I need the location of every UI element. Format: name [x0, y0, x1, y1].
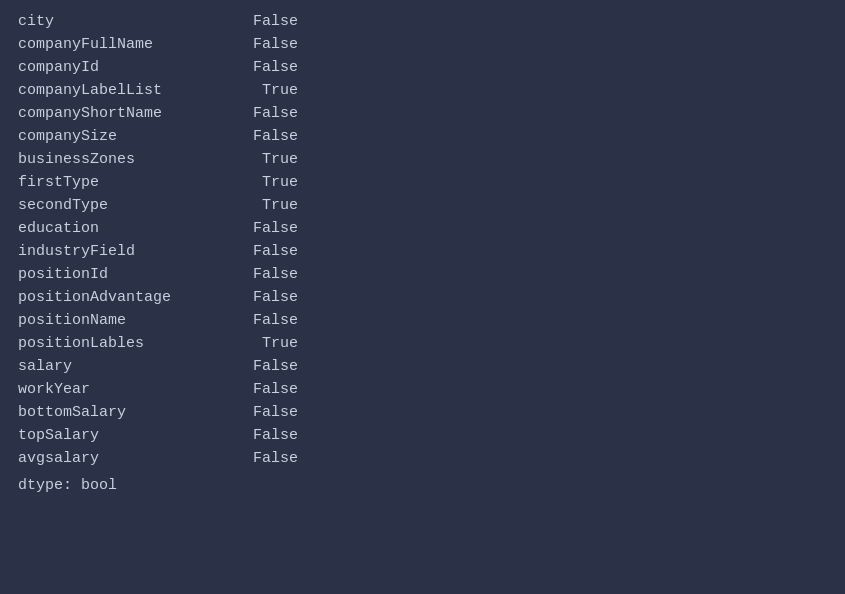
- field-value: False: [248, 59, 298, 76]
- field-value: False: [248, 220, 298, 237]
- table-row: industryFieldFalse: [18, 240, 827, 263]
- table-row: companyIdFalse: [18, 56, 827, 79]
- table-row: educationFalse: [18, 217, 827, 240]
- table-row: companyFullNameFalse: [18, 33, 827, 56]
- field-name: companySize: [18, 128, 248, 145]
- field-value: True: [248, 151, 298, 168]
- field-value: True: [248, 335, 298, 352]
- field-value: False: [248, 427, 298, 444]
- field-name: companyLabelList: [18, 82, 248, 99]
- field-name: positionName: [18, 312, 248, 329]
- field-value: False: [248, 36, 298, 53]
- field-name: avgsalary: [18, 450, 248, 467]
- table-row: secondType True: [18, 194, 827, 217]
- field-name: positionLables: [18, 335, 248, 352]
- field-value: False: [248, 450, 298, 467]
- field-value: False: [248, 266, 298, 283]
- table-row: firstType True: [18, 171, 827, 194]
- field-value: False: [248, 105, 298, 122]
- data-table: cityFalsecompanyFullNameFalsecompanyIdFa…: [18, 10, 827, 497]
- field-name: city: [18, 13, 248, 30]
- table-row: topSalaryFalse: [18, 424, 827, 447]
- field-value: False: [248, 243, 298, 260]
- table-row: positionAdvantageFalse: [18, 286, 827, 309]
- field-name: bottomSalary: [18, 404, 248, 421]
- field-name: education: [18, 220, 248, 237]
- field-name: companyId: [18, 59, 248, 76]
- field-value: True: [248, 82, 298, 99]
- field-value: False: [248, 128, 298, 145]
- field-name: workYear: [18, 381, 248, 398]
- table-row: positionIdFalse: [18, 263, 827, 286]
- field-name: businessZones: [18, 151, 248, 168]
- field-value: False: [248, 381, 298, 398]
- table-row: companyLabelList True: [18, 79, 827, 102]
- table-row: cityFalse: [18, 10, 827, 33]
- field-value: False: [248, 358, 298, 375]
- field-name: industryField: [18, 243, 248, 260]
- table-row: businessZones True: [18, 148, 827, 171]
- table-row: salaryFalse: [18, 355, 827, 378]
- field-value: False: [248, 404, 298, 421]
- field-name: secondType: [18, 197, 248, 214]
- field-value: True: [248, 197, 298, 214]
- table-row: positionLables True: [18, 332, 827, 355]
- table-row: avgsalaryFalse: [18, 447, 827, 470]
- field-name: companyShortName: [18, 105, 248, 122]
- table-row: companyShortNameFalse: [18, 102, 827, 125]
- field-value: False: [248, 289, 298, 306]
- field-name: positionId: [18, 266, 248, 283]
- table-row: positionNameFalse: [18, 309, 827, 332]
- table-row: workYearFalse: [18, 378, 827, 401]
- field-value: False: [248, 13, 298, 30]
- field-name: salary: [18, 358, 248, 375]
- field-name: companyFullName: [18, 36, 248, 53]
- table-row: bottomSalaryFalse: [18, 401, 827, 424]
- field-name: topSalary: [18, 427, 248, 444]
- field-name: firstType: [18, 174, 248, 191]
- field-value: True: [248, 174, 298, 191]
- field-value: False: [248, 312, 298, 329]
- field-name: positionAdvantage: [18, 289, 248, 306]
- dtype-label: dtype: bool: [18, 474, 827, 497]
- table-row: companySizeFalse: [18, 125, 827, 148]
